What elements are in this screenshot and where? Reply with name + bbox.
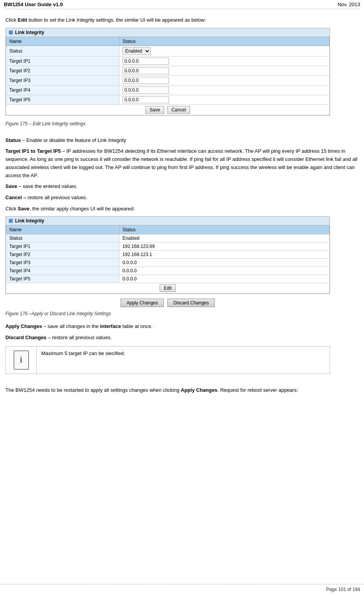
target-ip3-input[interactable] <box>122 77 169 84</box>
table2-btn-row: Edit <box>6 283 330 293</box>
save-description: Save – save the entered values. <box>5 183 359 191</box>
apply-pre: – save all changes in the <box>42 323 100 329</box>
apply-changes-button[interactable]: Apply Changes <box>121 299 163 307</box>
note-text-content: Maximum 5 target IP can be siecified. <box>41 350 125 356</box>
row-val-ip2 <box>119 66 329 75</box>
row-name-ip5: Target IP5 <box>6 95 119 104</box>
table-row: Target IP3 0.0.0.0 <box>6 258 330 266</box>
row-name-ip4: Target IP4 <box>6 85 119 95</box>
table2-col-name-header: Name <box>6 225 119 234</box>
page-number: Page 101 of 184 <box>326 587 360 592</box>
box-header-1: Link Integrity <box>6 28 330 37</box>
table-row: Target IP2 192.168.123.1 <box>6 250 330 258</box>
note-text: Maximum 5 target IP can be siecified. <box>37 347 330 374</box>
save-text: – save the entered values. <box>17 183 77 189</box>
table-row: Target IP4 0.0.0.0 <box>6 266 330 275</box>
link-integrity-table-2: Name Status Status Enabled Target IP1 19… <box>6 225 330 294</box>
table2-header-row: Name Status <box>6 225 330 234</box>
footer-divider <box>0 584 364 584</box>
click-save-bold: Save <box>18 206 29 212</box>
status-text: – Enable or disable the feature of Link … <box>21 137 126 143</box>
discard-description: Discard Changes – restore all previous v… <box>5 334 359 342</box>
table-row: Status Enabled <box>6 234 330 242</box>
table-row: Target IP2 <box>6 66 330 75</box>
link-integrity-box-2: Link Integrity Name Status Status Enable… <box>5 216 330 294</box>
row-name-ip3: Target IP3 <box>6 75 119 85</box>
apply-label: Apply Changes <box>5 323 42 329</box>
target-ip-description: Target IP1 to Target IP5 – IP addresses … <box>5 147 359 179</box>
table1-header-row: Name Status <box>6 37 330 46</box>
box-title-1: Link Integrity <box>15 30 44 35</box>
t2-row-val-ip2: 192.168.123.1 <box>119 250 329 258</box>
main-content: Click Edit button to set the Link Integr… <box>4 13 360 401</box>
box-icon-2 <box>9 219 13 223</box>
table-row: Status Enabled Disabled <box>6 46 330 56</box>
box-header-2: Link Integrity <box>6 217 330 225</box>
cancel-label: Cancel – <box>5 195 26 200</box>
final-paragraph: The BW1254 needs to be restarted to appl… <box>5 386 359 394</box>
t2-row-val-ip3: 0.0.0.0 <box>119 258 329 266</box>
link-integrity-table-1: Name Status Status Enabled Disabled Targ… <box>6 37 330 115</box>
cancel-button[interactable]: Cancel <box>167 106 190 114</box>
box-icon-1 <box>9 31 13 34</box>
table-row: Target IP1 <box>6 56 330 66</box>
click-save-post: , the similar apply changes UI will be a… <box>29 206 134 212</box>
doc-title: BW1254 User Guide v1.0 <box>4 2 63 7</box>
target-ip1-input[interactable] <box>122 58 169 65</box>
note-box: i Maximum 5 target IP can be siecified. <box>5 346 330 374</box>
save-label: Save <box>5 183 17 189</box>
status-description: Status – Enable or disable the feature o… <box>5 137 359 145</box>
status-label: Status <box>5 137 21 143</box>
t2-row-name-ip2: Target IP2 <box>6 250 119 258</box>
table2-edit-btn-cell: Edit <box>6 283 330 293</box>
apply-bold: interface <box>100 323 121 329</box>
row-val-ip1 <box>119 56 329 66</box>
discard-changes-button[interactable]: Discard Changes <box>167 299 214 307</box>
table-row: Target IP4 <box>6 85 330 95</box>
table-row: Target IP5 0.0.0.0 <box>6 275 330 283</box>
row-val-ip5 <box>119 95 329 104</box>
table1-col-name-header: Name <box>6 37 119 46</box>
box-title-2: Link Integrity <box>15 218 44 224</box>
t2-row-name-ip1: Target IP1 <box>6 242 119 250</box>
note-icon-cell: i <box>6 347 37 374</box>
row-name-status: Status <box>6 46 119 56</box>
table1-col-status-header: Status <box>119 37 329 46</box>
final-pre: The BW1254 needs to be restarted to appl… <box>5 387 181 393</box>
cancel-text: restore all previous values. <box>26 195 87 200</box>
t2-row-name-status: Status <box>6 234 119 242</box>
intro-paragraph: Click Edit button to set the Link Integr… <box>5 16 359 24</box>
click-save-instruction: Click Save, the similar apply changes UI… <box>5 205 359 213</box>
t2-row-val-ip5: 0.0.0.0 <box>119 275 329 283</box>
t2-row-name-ip3: Target IP3 <box>6 258 119 266</box>
table2-col-status-header: Status <box>119 225 329 234</box>
target-ip2-input[interactable] <box>122 67 169 74</box>
click-save-pre: Click <box>5 206 18 212</box>
table-row: Target IP5 <box>6 95 330 104</box>
row-val-ip4 <box>119 85 329 95</box>
apply-post: table at once. <box>121 323 153 329</box>
t2-row-val-status: Enabled <box>119 234 329 242</box>
discard-label: Discard Changes <box>5 335 46 340</box>
status-select[interactable]: Enabled Disabled <box>122 47 151 55</box>
figure1-caption: Figure 175 – Edit Link Integrity setting… <box>5 120 359 127</box>
t2-row-name-ip5: Target IP5 <box>6 275 119 283</box>
doc-date: Nov. 2013 <box>338 2 360 7</box>
target-ip-label: Target IP1 to Target IP5 <box>5 148 61 154</box>
apply-description: Apply Changes – save all changes in the … <box>5 323 359 331</box>
intro-bold: Edit <box>18 17 27 23</box>
edit-button[interactable]: Edit <box>160 284 176 292</box>
final-bold: Apply Changes <box>181 387 218 393</box>
discard-text: – restore all previous values. <box>46 335 112 340</box>
page-header: BW1254 User Guide v1.0 Nov. 2013 <box>4 0 360 9</box>
link-integrity-box-1: Link Integrity Name Status Status Enable… <box>5 28 330 116</box>
info-icon: i <box>14 350 29 370</box>
cancel-description: Cancel – restore all previous values. <box>5 194 359 202</box>
intro-post: button to set the Link Integrity setting… <box>27 17 206 23</box>
row-name-ip2: Target IP2 <box>6 66 119 75</box>
save-button[interactable]: Save <box>145 106 164 114</box>
target-ip4-input[interactable] <box>122 87 169 94</box>
table-row: Target IP1 192.168.123.69 <box>6 242 330 250</box>
apply-discard-row: Apply Changes Discard Changes <box>5 299 330 307</box>
target-ip5-input[interactable] <box>122 96 169 103</box>
